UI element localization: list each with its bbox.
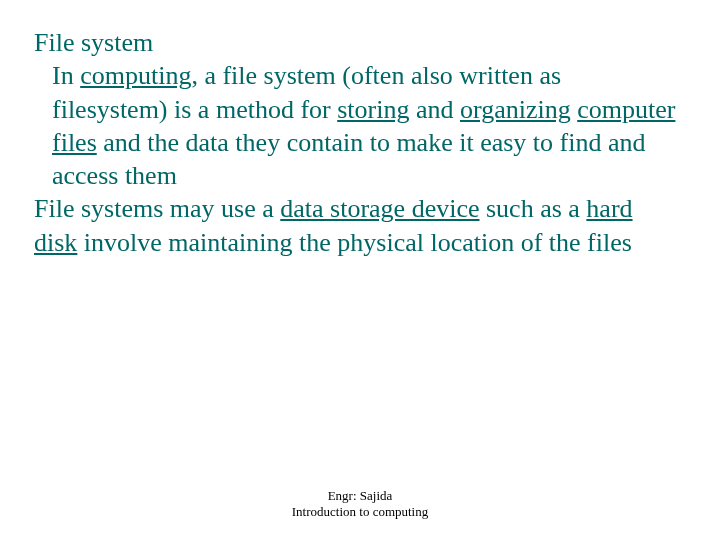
link-data-storage-device: data storage device — [280, 194, 479, 223]
link-storing: storing — [337, 95, 409, 124]
text: and the data they contain to make it eas… — [52, 128, 645, 190]
link-organizing: organizing — [460, 95, 571, 124]
paragraph-2: File systems may use a data storage devi… — [34, 192, 680, 259]
text: In — [52, 61, 80, 90]
slide-title: File system — [34, 26, 680, 59]
text: File systems may use a — [34, 194, 280, 223]
slide-body: File system In computing, a file system … — [0, 0, 720, 259]
text: involve maintaining the physical locatio… — [77, 228, 632, 257]
footer-author: Engr: Sajida — [0, 488, 720, 504]
paragraph-1: In computing, a file system (often also … — [34, 59, 680, 192]
footer-course: Introduction to computing — [0, 504, 720, 520]
link-computing: computing — [80, 61, 191, 90]
text: and — [409, 95, 460, 124]
text: such as a — [480, 194, 587, 223]
slide-footer: Engr: Sajida Introduction to computing — [0, 488, 720, 521]
